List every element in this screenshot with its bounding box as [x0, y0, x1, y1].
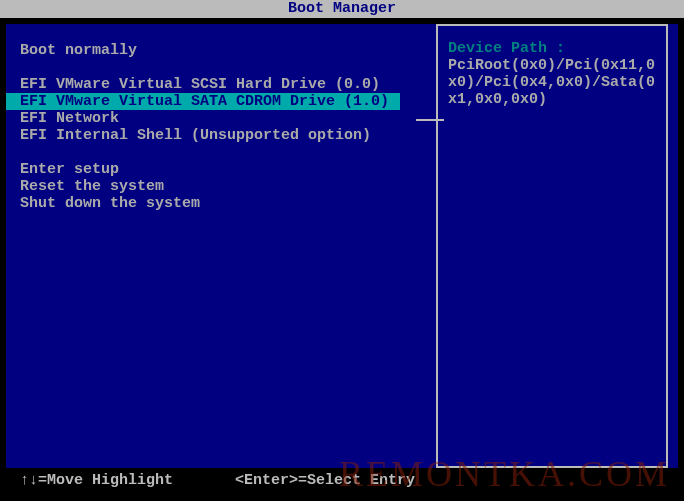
- boot-menu-panel: Boot normally EFI VMware Virtual SCSI Ha…: [6, 24, 436, 468]
- footer-hints: ↑↓=Move Highlight <Enter>=Select Entry: [0, 472, 684, 489]
- menu-efi-scsi-drive[interactable]: EFI VMware Virtual SCSI Hard Drive (0.0): [20, 76, 422, 93]
- device-path-label: Device Path :: [448, 40, 656, 57]
- menu-spacer: [20, 144, 422, 161]
- menu-efi-sata-cdrom[interactable]: EFI VMware Virtual SATA CDROM Drive (1.0…: [6, 93, 400, 110]
- hint-select-entry: <Enter>=Select Entry: [235, 472, 415, 489]
- menu-efi-network[interactable]: EFI Network: [20, 110, 422, 127]
- panel-connector-line: [416, 119, 444, 121]
- hint-move-highlight: ↑↓=Move Highlight: [20, 472, 173, 489]
- menu-boot-normally[interactable]: Boot normally: [20, 42, 422, 59]
- device-detail-panel: Device Path : PciRoot(0x0)/Pci(0x11,0x0)…: [436, 24, 668, 468]
- device-path-value: PciRoot(0x0)/Pci(0x11,0x0)/Pci(0x4,0x0)/…: [448, 57, 656, 108]
- menu-reset-system[interactable]: Reset the system: [20, 178, 422, 195]
- menu-shutdown-system[interactable]: Shut down the system: [20, 195, 422, 212]
- menu-efi-internal-shell[interactable]: EFI Internal Shell (Unsupported option): [20, 127, 422, 144]
- main-area: Boot normally EFI VMware Virtual SCSI Ha…: [6, 24, 678, 468]
- menu-enter-setup[interactable]: Enter setup: [20, 161, 422, 178]
- page-title: Boot Manager: [0, 0, 684, 18]
- menu-spacer: [20, 59, 422, 76]
